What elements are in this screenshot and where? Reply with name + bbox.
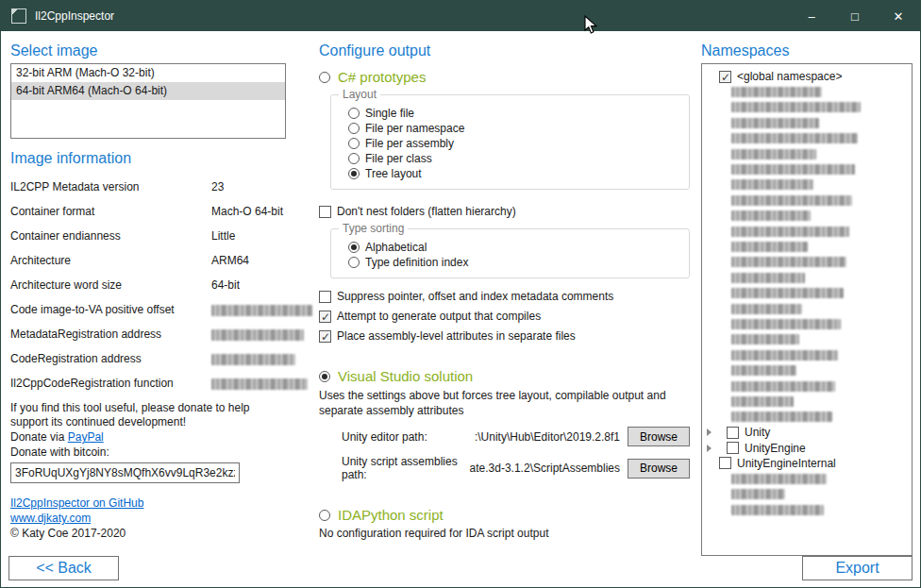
namespace-item[interactable] xyxy=(702,131,912,146)
redacted-namespace xyxy=(731,489,785,499)
radio-option[interactable]: Single file xyxy=(341,107,679,120)
website-link[interactable]: www.djkaty.com xyxy=(10,512,91,525)
image-listbox[interactable]: 32-bit ARM (Mach-O 32-bit) 64-bit ARM64 … xyxy=(10,63,286,139)
image-list-item[interactable]: 64-bit ARM64 (Mach-O 64-bit) xyxy=(11,82,285,100)
namespace-item[interactable] xyxy=(702,146,912,161)
output-option-checkboxes: Suppress pointer, offset and index metad… xyxy=(319,289,690,344)
namespace-item[interactable] xyxy=(702,285,912,300)
redacted-namespace xyxy=(731,396,794,407)
info-value: ARM64 xyxy=(211,254,286,267)
radio-option-label: File per class xyxy=(365,152,432,165)
browse-button[interactable]: Browse xyxy=(628,459,690,479)
checkbox-option[interactable]: Attempt to generate output that compiles xyxy=(319,309,690,324)
namespace-item[interactable] xyxy=(702,378,912,394)
namespace-item[interactable] xyxy=(702,161,912,176)
radio-option[interactable]: Type definition index xyxy=(341,256,679,269)
back-button[interactable]: << Back xyxy=(8,556,119,580)
close-button[interactable]: ✕ xyxy=(877,1,920,31)
redacted-namespace xyxy=(731,257,846,267)
namespace-item-label: UnityEngine xyxy=(745,442,806,455)
namespace-item[interactable]: UnityEngineInternal xyxy=(702,456,912,471)
redacted-namespace xyxy=(731,102,861,112)
radio-icon xyxy=(348,153,360,164)
namespace-item[interactable]: Unity xyxy=(702,425,912,440)
donate-via-line: Donate via PayPal xyxy=(10,430,286,445)
configure-output-heading: Configure output xyxy=(319,42,690,59)
namespace-item[interactable] xyxy=(702,115,912,130)
export-button[interactable]: Export xyxy=(802,556,913,580)
browse-button[interactable]: Browse xyxy=(628,427,690,446)
namespace-item[interactable] xyxy=(702,316,912,331)
checkbox-icon xyxy=(727,427,739,439)
info-label: Il2CppCodeRegistration function xyxy=(10,377,211,390)
namespace-item[interactable]: <global namespace> xyxy=(702,69,912,84)
namespace-item[interactable] xyxy=(702,239,912,254)
path-field-label: Unity editor path: xyxy=(342,430,427,444)
namespace-item[interactable] xyxy=(702,394,912,409)
namespace-item[interactable] xyxy=(702,224,912,239)
redacted-namespace xyxy=(731,242,808,252)
title-bar: Il2CppInspector – □ ✕ xyxy=(1,1,920,31)
checkbox-option[interactable]: Suppress pointer, offset and index metad… xyxy=(319,289,690,304)
redacted-namespace xyxy=(731,210,811,221)
info-value: 64-bit xyxy=(211,278,286,292)
redacted-value xyxy=(211,354,295,365)
namespace-item[interactable] xyxy=(702,362,912,378)
namespace-item[interactable] xyxy=(702,209,912,224)
namespace-item[interactable] xyxy=(702,301,912,316)
namespace-item[interactable] xyxy=(702,487,912,502)
redacted-namespace xyxy=(731,319,841,329)
idapython-description: No configuration required for IDA script… xyxy=(319,527,690,540)
namespace-item[interactable] xyxy=(702,347,912,362)
radio-option[interactable]: File per namespace xyxy=(341,122,679,135)
namespace-item[interactable] xyxy=(702,270,912,285)
image-info-row: Architecture ARM64 xyxy=(10,248,286,273)
visual-studio-radio[interactable]: Visual Studio solution xyxy=(319,368,690,384)
checkbox-icon xyxy=(727,442,739,454)
radio-icon xyxy=(348,257,360,268)
flatten-checkbox[interactable]: Don't nest folders (flatten hierarchy) xyxy=(319,204,690,219)
namespace-item[interactable] xyxy=(702,471,912,486)
expander-icon[interactable] xyxy=(707,445,719,452)
select-image-heading: Select image xyxy=(10,42,286,59)
radio-icon xyxy=(348,138,360,149)
info-label: Architecture xyxy=(10,254,211,267)
checkbox-icon xyxy=(319,330,331,343)
namespace-item[interactable] xyxy=(702,193,912,208)
paypal-link[interactable]: PayPal xyxy=(68,430,104,444)
github-link[interactable]: Il2CppInspector on GitHub xyxy=(10,496,143,510)
maximize-button[interactable]: □ xyxy=(833,1,877,31)
checkbox-option-label: Suppress pointer, offset and index metad… xyxy=(337,290,613,303)
redacted-namespace xyxy=(731,474,827,484)
csharp-prototypes-radio[interactable]: C# prototypes xyxy=(319,69,690,85)
image-info-row: IL2CPP Metadata version 23 xyxy=(10,175,286,199)
image-list-item-label: 64-bit ARM64 (Mach-O 64-bit) xyxy=(16,84,167,97)
radio-option[interactable]: Tree layout xyxy=(341,167,679,180)
namespace-item[interactable] xyxy=(702,332,912,347)
radio-option-label: Alphabetical xyxy=(365,241,427,254)
namespace-item[interactable] xyxy=(702,84,912,99)
minimize-button[interactable]: – xyxy=(790,1,833,31)
radio-option[interactable]: File per class xyxy=(341,152,679,165)
image-list-item[interactable]: 32-bit ARM (Mach-O 32-bit) xyxy=(11,64,285,82)
bitcoin-address-input[interactable] xyxy=(10,462,240,483)
path-field-label: Unity script assemblies path: xyxy=(342,455,470,481)
namespace-item-label: UnityEngineInternal xyxy=(737,457,836,470)
namespace-item[interactable] xyxy=(702,502,912,517)
namespace-item[interactable] xyxy=(702,410,912,425)
namespace-item[interactable] xyxy=(702,177,912,193)
namespace-item[interactable]: UnityEngine xyxy=(702,440,912,455)
namespace-item[interactable] xyxy=(702,255,912,270)
radio-icon xyxy=(348,168,360,179)
radio-option-label: Type definition index xyxy=(365,256,468,269)
expander-icon[interactable] xyxy=(707,428,719,436)
redacted-namespace xyxy=(731,133,858,143)
radio-option[interactable]: File per assembly xyxy=(341,137,679,150)
idapython-radio[interactable]: IDAPython script xyxy=(319,507,690,523)
redacted-namespace xyxy=(731,118,819,128)
checkbox-option[interactable]: Place assembly-level attributes in separ… xyxy=(319,328,690,344)
path-field-value: :\Unity\Hub\Editor\2019.2.8f1 xyxy=(475,430,628,444)
radio-option[interactable]: Alphabetical xyxy=(341,241,679,254)
namespaces-list[interactable]: <global namespace> xyxy=(701,63,913,556)
namespace-item[interactable] xyxy=(702,100,912,115)
